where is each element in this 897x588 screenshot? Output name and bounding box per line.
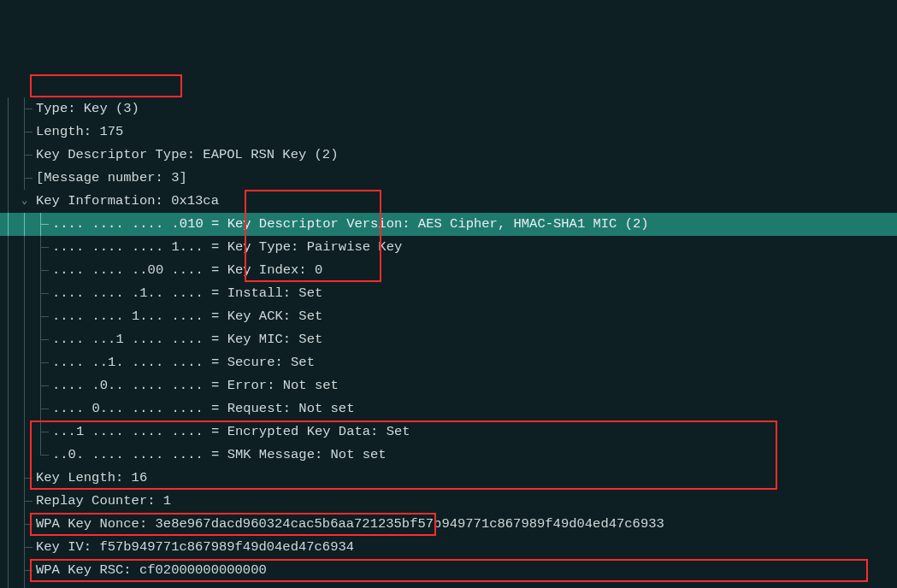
tree-guides bbox=[0, 167, 32, 190]
tree-guide bbox=[0, 467, 16, 490]
tree-guide bbox=[0, 444, 16, 467]
tree-guide bbox=[0, 213, 16, 236]
tree-guide bbox=[16, 513, 32, 536]
tree-row-label: Key Descriptor Type: EAPOL RSN Key (2) bbox=[32, 144, 338, 167]
tree-guide bbox=[16, 490, 32, 513]
tree-row[interactable]: Type: Key (3) bbox=[0, 97, 897, 121]
tree-row[interactable]: ..0. .... .... .... = SMK Message: Not s… bbox=[0, 444, 897, 467]
tree-expander-row[interactable]: ⌄Key Information: 0x13ca bbox=[0, 190, 897, 213]
tree-guides bbox=[0, 467, 32, 490]
tree-guide bbox=[16, 121, 32, 144]
tree-guide bbox=[0, 490, 16, 513]
tree-guides bbox=[0, 305, 49, 328]
tree-guide bbox=[0, 351, 16, 374]
tree-row-label: .... ...1 .... .... = Key MIC: Set bbox=[49, 328, 322, 351]
tree-guides bbox=[0, 121, 32, 144]
tree-guide bbox=[0, 282, 16, 305]
tree-guide bbox=[0, 236, 16, 259]
tree-guide bbox=[0, 97, 16, 121]
tree-row[interactable]: Length: 175 bbox=[0, 121, 897, 144]
tree-row-label: WPA Key Nonce: 3e8e967dacd960324cac5b6aa… bbox=[32, 513, 664, 536]
tree-row-label: .... .... .... 1... = Key Type: Pairwise… bbox=[49, 236, 402, 259]
tree-guide bbox=[0, 397, 16, 420]
tree-row[interactable]: Key Descriptor Type: EAPOL RSN Key (2) bbox=[0, 144, 897, 167]
tree-row-label: Type: Key (3) bbox=[32, 97, 139, 121]
tree-guide bbox=[32, 259, 49, 282]
tree-guide bbox=[16, 328, 32, 351]
tree-row[interactable]: .... .0.. .... .... = Error: Not set bbox=[0, 374, 897, 397]
tree-guide bbox=[16, 582, 32, 588]
tree-row-label: .... 0... .... .... = Request: Not set bbox=[49, 397, 354, 420]
tree-row[interactable]: .... .... 1... .... = Key ACK: Set bbox=[0, 305, 897, 328]
tree-guide bbox=[0, 144, 16, 167]
tree-row-label: Key IV: f57b949771c867989f49d04ed47c6934 bbox=[32, 536, 354, 559]
tree-guides bbox=[0, 282, 49, 305]
tree-row-label: .... ..1. .... .... = Secure: Set bbox=[49, 351, 315, 374]
tree-guide bbox=[32, 397, 49, 420]
tree-guide bbox=[16, 236, 32, 259]
tree-row[interactable]: ...1 .... .... .... = Encrypted Key Data… bbox=[0, 420, 897, 444]
tree-guide bbox=[16, 97, 32, 121]
tree-guides bbox=[0, 559, 32, 582]
tree-guide bbox=[16, 213, 32, 236]
tree-row-label: ..0. .... .... .... = SMK Message: Not s… bbox=[49, 444, 387, 467]
tree-guides bbox=[0, 144, 32, 167]
tree-guide bbox=[0, 536, 16, 559]
tree-guide bbox=[0, 328, 16, 351]
tree-guide bbox=[32, 236, 49, 259]
tree-guides bbox=[0, 420, 49, 444]
tree-row[interactable]: Key IV: f57b949771c867989f49d04ed47c6934 bbox=[0, 536, 897, 559]
tree-guide bbox=[16, 167, 32, 190]
tree-row[interactable]: .... .... .... 1... = Key Type: Pairwise… bbox=[0, 236, 897, 259]
tree-guide bbox=[16, 536, 32, 559]
tree-guide bbox=[16, 351, 32, 374]
tree-guide bbox=[16, 420, 32, 444]
tree-guide bbox=[0, 190, 16, 213]
tree-guides bbox=[0, 236, 49, 259]
tree-row-label: Replay Counter: 1 bbox=[32, 490, 171, 513]
tree-row-label: [Message number: 3] bbox=[32, 167, 187, 190]
chevron-down-icon[interactable]: ⌄ bbox=[16, 190, 32, 213]
tree-guides bbox=[0, 582, 32, 588]
tree-guides bbox=[0, 328, 49, 351]
tree-guide bbox=[16, 559, 32, 582]
tree-guide bbox=[16, 397, 32, 420]
tree-row[interactable]: .... ...1 .... .... = Key MIC: Set bbox=[0, 328, 897, 351]
tree-guides bbox=[0, 444, 49, 467]
tree-row[interactable]: Key Length: 16 bbox=[0, 467, 897, 490]
tree-guides bbox=[0, 513, 32, 536]
tree-row-label: .... .... .1.. .... = Install: Set bbox=[49, 282, 322, 305]
tree-row-label: .... .0.. .... .... = Error: Not set bbox=[49, 374, 339, 397]
tree-guide bbox=[0, 559, 16, 582]
tree-guide bbox=[16, 444, 32, 467]
tree-guides bbox=[0, 351, 49, 374]
tree-row-label: Key Length: 16 bbox=[32, 467, 147, 490]
tree-row[interactable]: WPA Key RSC: cf02000000000000 bbox=[0, 559, 897, 582]
tree-row[interactable]: .... .... .1.. .... = Install: Set bbox=[0, 282, 897, 305]
tree-guide bbox=[0, 167, 16, 190]
tree-guides bbox=[0, 97, 32, 121]
tree-row[interactable]: Replay Counter: 1 bbox=[0, 490, 897, 513]
tree-guide bbox=[0, 374, 16, 397]
tree-row-label: ...1 .... .... .... = Encrypted Key Data… bbox=[49, 420, 410, 444]
tree-row[interactable]: WPA Key ID: 0000000000000000 bbox=[0, 582, 897, 588]
tree-guide bbox=[0, 259, 16, 282]
tree-row[interactable]: .... .... .... .010 = Key Descriptor Ver… bbox=[0, 213, 897, 236]
tree-row[interactable]: .... ..1. .... .... = Secure: Set bbox=[0, 351, 897, 374]
tree-row[interactable]: .... 0... .... .... = Request: Not set bbox=[0, 397, 897, 420]
tree-guide bbox=[32, 420, 49, 444]
tree-guide bbox=[32, 374, 49, 397]
tree-guides bbox=[0, 536, 32, 559]
tree-row[interactable]: .... .... ..00 .... = Key Index: 0 bbox=[0, 259, 897, 282]
tree-guide bbox=[16, 467, 32, 490]
tree-row[interactable]: WPA Key Nonce: 3e8e967dacd960324cac5b6aa… bbox=[0, 513, 897, 536]
tree-guide bbox=[0, 305, 16, 328]
tree-guide bbox=[16, 259, 32, 282]
tree-row[interactable]: [Message number: 3] bbox=[0, 167, 897, 190]
tree-guides bbox=[0, 490, 32, 513]
tree-guide bbox=[32, 305, 49, 328]
tree-guide bbox=[16, 144, 32, 167]
tree-guide bbox=[16, 305, 32, 328]
tree-guide bbox=[32, 328, 49, 351]
packet-detail-tree[interactable]: Type: Key (3)Length: 175Key Descriptor T… bbox=[0, 92, 897, 588]
